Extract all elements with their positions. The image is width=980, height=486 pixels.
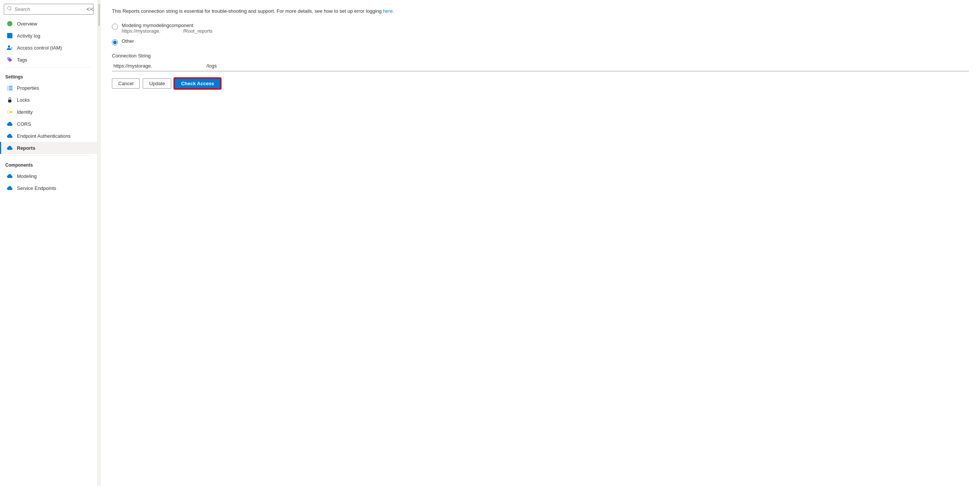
key-icon [6, 108, 13, 115]
button-row: Cancel Update Check Access [112, 78, 969, 89]
info-text: This Reports connection string is essent… [112, 8, 969, 15]
circle-green-icon [6, 20, 13, 27]
sidebar-item-reports[interactable]: Reports [0, 142, 97, 154]
sidebar-label-service-endpoints: Service Endpoints [17, 186, 56, 191]
radio-modeling-main-label[interactable]: Modeling mymodelingcomponent [122, 22, 213, 28]
radio-modeling-sub-labels: https://mystorage. /Root_reports [122, 28, 213, 34]
sidebar-label-properties: Properties [17, 85, 39, 91]
radio-modeling-labels: Modeling mymodelingcomponent https://mys… [122, 22, 213, 34]
sidebar-label-overview: Overview [17, 21, 37, 27]
radio-other-input[interactable] [112, 40, 118, 45]
sidebar-label-locks: Locks [17, 97, 30, 103]
settings-divider [5, 67, 92, 68]
sidebar-item-endpoint-auth[interactable]: Endpoint Authentications [0, 130, 97, 142]
modeling-icon [6, 173, 13, 179]
sidebar: << Overview Activity log Access control … [0, 0, 98, 486]
radio-modeling-input[interactable] [112, 24, 118, 30]
search-box[interactable] [4, 4, 94, 14]
sidebar-label-identity: Identity [17, 109, 33, 115]
sidebar-item-properties[interactable]: Properties [0, 82, 97, 94]
connection-string-field: Connection String [112, 53, 969, 78]
sidebar-item-identity[interactable]: Identity [0, 106, 97, 118]
radio-other-label[interactable]: Other [122, 38, 134, 44]
sidebar-label-modeling: Modeling [17, 173, 37, 179]
sidebar-item-access-control[interactable]: Access control (IAM) [0, 42, 97, 54]
sidebar-item-locks[interactable]: Locks [0, 94, 97, 106]
sidebar-item-overview[interactable]: Overview [0, 17, 97, 30]
sidebar-label-reports: Reports [17, 145, 35, 151]
collapse-button[interactable]: << [84, 5, 96, 14]
sidebar-label-endpoint-auth: Endpoint Authentications [17, 133, 71, 139]
components-divider [5, 156, 92, 156]
rect-blue-icon [6, 32, 13, 39]
connection-string-label: Connection String [112, 53, 969, 59]
update-button[interactable]: Update [143, 78, 171, 89]
lock-icon [6, 97, 13, 103]
radio-modeling-path: /Root_reports [183, 28, 213, 34]
sidebar-item-tags[interactable]: Tags [0, 54, 97, 66]
people-icon [6, 44, 13, 51]
radio-group: Modeling mymodelingcomponent https://mys… [112, 22, 969, 45]
sidebar-item-service-endpoints[interactable]: Service Endpoints [0, 182, 97, 194]
sidebar-label-access-control: Access control (IAM) [17, 45, 62, 51]
section-settings-label: Settings [0, 69, 97, 82]
cloud-cors-icon [6, 121, 13, 127]
endpoints-icon [6, 185, 13, 191]
scrollbar-track[interactable] [98, 0, 101, 486]
sidebar-label-tags: Tags [17, 57, 27, 63]
radio-option-modeling: Modeling mymodelingcomponent https://mys… [112, 22, 969, 34]
sidebar-item-cors[interactable]: CORS [0, 118, 97, 130]
check-access-button[interactable]: Check Access [174, 78, 221, 89]
cancel-button[interactable]: Cancel [112, 78, 140, 89]
connection-string-input[interactable] [112, 61, 969, 71]
radio-modeling-url: https://mystorage. [122, 28, 160, 34]
tag-icon [6, 56, 13, 63]
sidebar-label-activity-log: Activity log [17, 33, 40, 39]
sidebar-top: << [0, 0, 97, 17]
main-content: This Reports connection string is essent… [101, 0, 980, 486]
reports-icon [6, 145, 13, 151]
search-input[interactable] [14, 6, 90, 12]
search-icon [7, 6, 13, 13]
radio-option-other: Other [112, 38, 969, 45]
sidebar-item-activity-log[interactable]: Activity log [0, 30, 97, 42]
scrollbar-thumb[interactable] [99, 4, 100, 26]
bars-icon [6, 84, 13, 91]
section-components-label: Components [0, 157, 97, 170]
sidebar-label-cors: CORS [17, 121, 31, 127]
cloud-auth-icon [6, 132, 13, 139]
info-link[interactable]: here. [383, 8, 394, 14]
sidebar-item-modeling[interactable]: Modeling [0, 170, 97, 182]
